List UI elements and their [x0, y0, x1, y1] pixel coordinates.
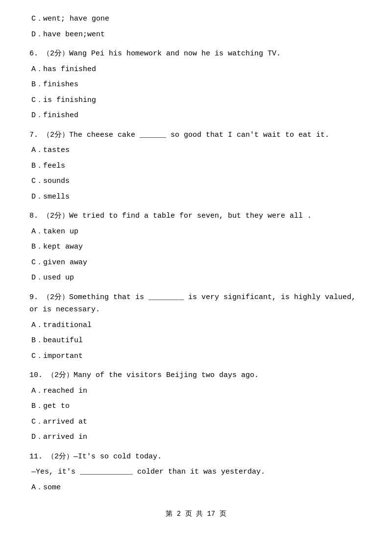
option-line: C．sounds	[29, 175, 363, 188]
option-line: A．some	[29, 481, 363, 494]
option-line: D．used up	[29, 272, 363, 284]
option-line: A．has finished	[29, 63, 363, 76]
option-line: C．is finishing	[29, 94, 363, 107]
option-line: C．went; have gone	[29, 13, 363, 25]
question-line: 9. （2分）Something that is ________ is ver…	[29, 291, 363, 316]
question-line: 10. （2分）Many of the visitors Beijing two…	[29, 369, 363, 382]
option-line: A．traditional	[29, 319, 363, 332]
question-line: 11. （2分）—It's so cold today.	[29, 451, 363, 463]
option-line: B．feels	[29, 160, 363, 173]
option-line: —Yes, it's ____________ colder than it w…	[29, 466, 363, 479]
option-line: B．finishes	[29, 78, 363, 91]
option-line: D．arrived in	[29, 431, 363, 444]
option-line: C．important	[29, 350, 363, 363]
option-line: B．get to	[29, 400, 363, 413]
option-line: A．taken up	[29, 226, 363, 238]
page-footer: 第 2 页 共 17 页	[29, 508, 363, 520]
question-line: 7. （2分）The cheese cake ______ so good th…	[29, 129, 363, 142]
option-line: C．arrived at	[29, 416, 363, 429]
question-line: 6. （2分）Wang Pei his homework and now he …	[29, 48, 363, 60]
option-line: D．have been;went	[29, 28, 363, 41]
option-line: D．finished	[29, 109, 363, 122]
option-line: B．beautiful	[29, 334, 363, 347]
option-line: A．reached in	[29, 385, 363, 398]
question-line: 8. （2分）We tried to find a table for seve…	[29, 210, 363, 223]
option-line: B．kept away	[29, 241, 363, 253]
option-line: D．smells	[29, 191, 363, 203]
option-line: A．tastes	[29, 144, 363, 157]
option-line: C．given away	[29, 256, 363, 269]
